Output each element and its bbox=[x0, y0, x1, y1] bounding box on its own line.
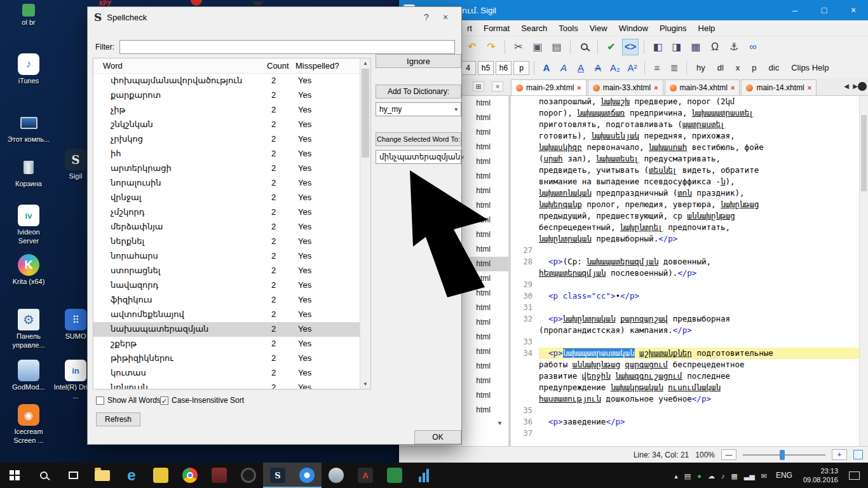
search-button[interactable] bbox=[29, 463, 58, 488]
refresh-button[interactable]: Refresh bbox=[96, 412, 140, 426]
desktop-icon-itunes[interactable]: ♪iTunes bbox=[6, 53, 51, 86]
taskbar-chrome[interactable] bbox=[175, 463, 205, 488]
tab-close-icon[interactable]: × bbox=[577, 84, 581, 92]
case-insensitive-checkbox[interactable]: ✓ Case-Insensitive Sort bbox=[160, 396, 244, 405]
taskbar-app-green[interactable] bbox=[380, 463, 409, 488]
toolbar-label-x[interactable]: x bbox=[731, 63, 745, 72]
format-strikethrough-icon[interactable]: A bbox=[590, 62, 606, 73]
change-selected-word-button[interactable]: Change Selected Word To: bbox=[376, 132, 461, 146]
task-view-button[interactable] bbox=[58, 463, 88, 488]
sigil-titlebar[interactable]: S ում. Sigil – □ × bbox=[399, 0, 868, 20]
tray-tray-app-icon[interactable]: ▦ bbox=[728, 472, 740, 480]
zoom-out-button[interactable]: — bbox=[721, 449, 736, 460]
word-row[interactable]: շքերթ2Yes bbox=[93, 337, 370, 351]
tray-network-icon[interactable]: ▃▅ bbox=[741, 472, 758, 480]
heading-button-4[interactable]: 4 bbox=[460, 61, 476, 75]
code-view-icon[interactable]: <> bbox=[622, 39, 639, 55]
taskbar-file-manager[interactable] bbox=[146, 463, 175, 488]
split-left-icon[interactable]: ◧ bbox=[649, 39, 666, 55]
zoom-slider-thumb[interactable] bbox=[780, 450, 785, 460]
format-underline-icon[interactable]: A bbox=[573, 62, 588, 73]
code-view[interactable]: позапрошлый, նախաշխ предверие, порог (2կ… bbox=[511, 96, 859, 446]
desktop-icon-icecream[interactable]: ◉Icecream Screen ... bbox=[6, 404, 51, 445]
tab-close-icon[interactable]: × bbox=[808, 84, 811, 92]
taskbar-screen-tool[interactable] bbox=[292, 463, 322, 488]
desktop-icon-computer[interactable]: Этот компь... bbox=[6, 112, 51, 144]
close-button[interactable]: × bbox=[839, 0, 868, 20]
taskbar-app-circle[interactable] bbox=[322, 463, 351, 488]
tray-audio-icon[interactable]: ♪ bbox=[718, 472, 728, 480]
heading-button-h5[interactable]: h5 bbox=[478, 61, 494, 75]
table-scrollbar-thumb[interactable] bbox=[362, 69, 369, 158]
word-row[interactable]: նավազորդ2Yes bbox=[93, 278, 370, 293]
taskbar-sigil[interactable]: S bbox=[263, 463, 292, 488]
tab-main-33.xhtml[interactable]: main-33.xhtml× bbox=[588, 79, 663, 95]
word-row[interactable]: ներքնել2Yes bbox=[93, 234, 370, 249]
menu-item-1[interactable]: Format bbox=[478, 24, 515, 33]
format-subscript-icon[interactable]: A₂ bbox=[607, 62, 623, 73]
toolbar-label-dic[interactable]: dic bbox=[764, 63, 785, 72]
add-to-dictionary-button[interactable]: Add To Dictionary: bbox=[376, 85, 461, 98]
word-row[interactable]: չիթ2Yes bbox=[93, 103, 370, 118]
column-header-0[interactable]: Word bbox=[103, 61, 123, 71]
tab-menu-icon[interactable] bbox=[858, 82, 867, 91]
clock[interactable]: 23:13 09.08.2016 bbox=[798, 466, 843, 485]
maximize-button[interactable]: □ bbox=[810, 0, 839, 20]
start-button[interactable] bbox=[0, 463, 29, 488]
checkbox-unchecked[interactable] bbox=[96, 396, 104, 405]
ignore-button[interactable]: Ignore bbox=[376, 54, 461, 68]
desktop-icon-recycle[interactable]: Корзина bbox=[6, 156, 51, 189]
word-row[interactable]: ավտոմեքենայով2Yes bbox=[93, 308, 370, 322]
spellcheck-icon[interactable]: ✔ bbox=[603, 39, 620, 55]
status-corner-icon[interactable] bbox=[853, 450, 863, 459]
menu-item-4[interactable]: View bbox=[584, 24, 613, 33]
word-row[interactable]: ստորացնել2Yes bbox=[93, 264, 370, 278]
checkbox-checked[interactable]: ✓ bbox=[160, 396, 168, 405]
find-icon[interactable] bbox=[576, 39, 592, 55]
format-superscript-icon[interactable]: A² bbox=[625, 62, 640, 73]
show-all-words-checkbox[interactable]: Show All Words bbox=[96, 396, 161, 405]
tray-messages-icon[interactable]: ✉ bbox=[758, 472, 770, 480]
taskbar-file-explorer[interactable] bbox=[88, 463, 117, 488]
toolbar-label-clips-help[interactable]: Clips Help bbox=[786, 63, 834, 72]
word-row[interactable]: արտերկրացի2Yes bbox=[93, 161, 370, 176]
menu-item-7[interactable]: Help bbox=[693, 24, 721, 33]
change-word-select[interactable]: մինչպատերազմյան ∨ bbox=[376, 150, 461, 164]
word-row[interactable]: թիթիզիկներու2Yes bbox=[93, 351, 370, 366]
dock-float-icon[interactable]: ⊞ bbox=[473, 81, 484, 92]
paste-icon[interactable]: ▤ bbox=[548, 39, 565, 55]
format-italic-icon[interactable]: A bbox=[556, 62, 571, 73]
menu-item-5[interactable]: Window bbox=[613, 24, 654, 33]
word-row[interactable]: նորալուսին2Yes bbox=[93, 176, 370, 191]
desktop-icon-control[interactable]: ⚙Панель управле... bbox=[6, 309, 51, 350]
minimize-button[interactable]: – bbox=[780, 0, 810, 20]
menu-item-2[interactable]: Search bbox=[515, 24, 553, 33]
word-row[interactable]: վրնջալ2Yes bbox=[93, 191, 370, 205]
copy-icon[interactable]: ▣ bbox=[529, 39, 546, 55]
tab-main-34.xhtml[interactable]: main-34.xhtml× bbox=[665, 79, 740, 95]
word-row[interactable]: չմշկորդ2Yes bbox=[93, 205, 370, 220]
link-icon[interactable]: ∞ bbox=[745, 39, 761, 55]
word-row[interactable]: նռնյուսն2Yes bbox=[93, 381, 370, 390]
taskbar-acrobat[interactable]: A bbox=[351, 463, 380, 488]
word-row[interactable]: ֆիզիկուս2Yes bbox=[93, 293, 370, 308]
special-character-icon[interactable]: Ω bbox=[707, 39, 723, 55]
zoom-in-button[interactable]: + bbox=[832, 449, 847, 460]
language-indicator[interactable]: ENG bbox=[770, 471, 798, 480]
taskbar-app-stats[interactable] bbox=[409, 463, 438, 488]
insert-image-icon[interactable]: ▦ bbox=[688, 39, 704, 55]
taskbar-app-maroon[interactable] bbox=[205, 463, 234, 488]
word-row[interactable]: շնկշնկան2Yes bbox=[93, 118, 370, 132]
redo-icon[interactable]: ↷ bbox=[483, 39, 499, 55]
menu-item-3[interactable]: Tools bbox=[553, 24, 583, 33]
tab-close-icon[interactable]: × bbox=[654, 84, 658, 92]
desktop-icon-krita[interactable]: KKrita (x64) bbox=[6, 254, 51, 287]
word-row[interactable]: կուտաս2Yes bbox=[93, 366, 370, 381]
dialog-close-button[interactable]: × bbox=[436, 12, 455, 22]
column-header-1[interactable]: Count bbox=[267, 61, 289, 71]
word-row[interactable]: նորահարս2Yes bbox=[93, 249, 370, 264]
filter-input[interactable] bbox=[119, 40, 455, 54]
word-row[interactable]: չրխկոց2Yes bbox=[93, 132, 370, 147]
ok-button[interactable]: OK bbox=[414, 430, 461, 444]
dialog-help-button[interactable]: ? bbox=[417, 12, 436, 22]
